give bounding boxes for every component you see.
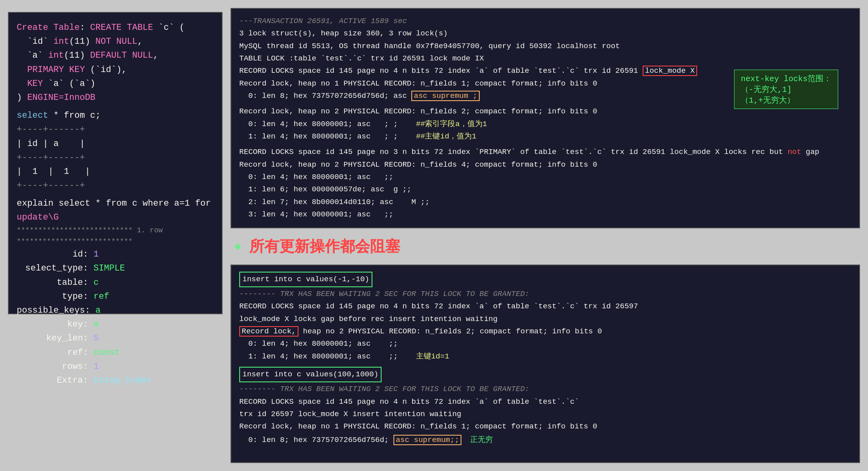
top-right-panel: ---TRANSACTION 26591, ACTIVE 1589 sec 3 … <box>231 8 860 228</box>
table-row: | 1 | 1 | <box>17 165 214 179</box>
explain-key-len: key_len: 5 <box>17 331 214 345</box>
record-lock-label-line: Record lock, heap no 2 PHYSICAL RECORD: … <box>239 325 851 338</box>
bottom-hex-supremum: 0: len 8; hex 73757072656d756d; asc supr… <box>239 433 851 446</box>
hex-row-3: 3: len 4; hex 00000001; asc ;; <box>239 208 851 221</box>
explain-type: type: ref <box>17 290 214 304</box>
field-a-line: 0: len 4; hex 80000001; asc ; ; ##索引字段a，… <box>239 118 851 130</box>
engine-line: ) ENGINE=InnoDB <box>17 91 214 105</box>
explain-extra: Extra: Using index <box>17 374 214 387</box>
explain-ref: ref: const <box>17 346 214 360</box>
waiting1-header: -------- TRX HAS BEEN WAITING 2 SEC FOR … <box>239 288 851 300</box>
record-locks-primary: RECORD LOCKS space id 145 page no 3 n bi… <box>239 146 851 158</box>
trx-header: ---TRANSACTION 26591, ACTIVE 1589 sec <box>239 15 851 27</box>
nextkey-line1: （-无穷大,1] <box>741 84 831 95</box>
create-table-line: Create Table: CREATE TABLE `c` ( <box>17 21 214 35</box>
left-panel: Create Table: CREATE TABLE `c` ( `id` in… <box>8 12 223 314</box>
field-pk-line: 1: len 4; hex 80000001; asc ; ; ##主键id，值… <box>239 130 851 143</box>
lock-struct: 3 lock struct(s), heap size 360, 3 row l… <box>239 27 851 40</box>
bottom-right-panel: insert into c values(-1,-10) -------- TR… <box>231 265 860 463</box>
explain-select-type: select_type: SIMPLE <box>17 261 214 275</box>
record-lock-phys-3: Record lock, heap no 2 PHYSICAL RECORD: … <box>239 159 851 171</box>
hex-row-1: 1: len 6; hex 000000057de; asc g ;; <box>239 183 851 196</box>
explain-key: key: a <box>17 317 214 331</box>
main-container: Create Table: CREATE TABLE `c` ( `id` in… <box>0 0 868 471</box>
nextkey-title: next-key locks范围： <box>741 73 831 84</box>
explain-rows: rows: 1 <box>17 360 214 374</box>
table-sep3: +----+------+ <box>17 179 214 193</box>
key-line: KEY `a` (`a`) <box>17 77 214 91</box>
hex-row-2: 2: len 7; hex 8b000014d0110; asc M ;; <box>239 196 851 208</box>
mysql-thread: MySQL thread id 5513, OS thread handle 0… <box>239 40 851 53</box>
nextkey-line2: （1,+无穷大） <box>741 95 831 105</box>
right-panels: ---TRANSACTION 26591, ACTIVE 1589 sec 3 … <box>231 8 860 463</box>
insert2-line: insert into c values(100,1000) <box>239 367 851 383</box>
table-header: | id | a | <box>17 137 214 151</box>
bottom-hex-0: 0: len 4; hex 80000001; asc ;; <box>239 338 851 350</box>
explain-id: id: 1 <box>17 247 214 261</box>
primary-key-line: PRIMARY KEY (`id`), <box>17 63 214 77</box>
table-lock: TABLE LOCK :table `test`.`c` trx id 2659… <box>239 53 851 65</box>
annotation-text: 所有更新操作都会阻塞 <box>249 236 400 257</box>
bottom-record-locks-2: RECORD LOCKS space id 145 page no 4 n bi… <box>239 396 851 408</box>
waiting2-header: -------- TRX HAS BEEN WAITING 2 SEC FOR … <box>239 383 851 395</box>
top-right-wrapper: ---TRANSACTION 26591, ACTIVE 1589 sec 3 … <box>231 8 860 228</box>
annotation-bullet: ❖ <box>234 239 241 253</box>
bottom-hex-1: 1: len 4; hex 80000001; asc ;; 主键id=1 <box>239 350 851 363</box>
record-lock-phys-bottom: Record lock, heap no 1 PHYSICAL RECORD: … <box>239 420 851 433</box>
next-key-annotation: next-key locks范围： （-无穷大,1] （1,+无穷大） <box>734 70 838 109</box>
hex-row-0: 0: len 4; hex 80000001; asc ;; <box>239 171 851 183</box>
col-id-line: `id` int(11) NOT NULL, <box>17 35 214 49</box>
col-a-line: `a` int(11) DEFAULT NULL, <box>17 49 214 62</box>
table-sep2: +----+------+ <box>17 151 214 165</box>
lock-mode-gap: lock_mode X locks gap before rec insert … <box>239 313 851 325</box>
select-line: select * from c; <box>17 109 214 123</box>
trx-lock-insert: trx id 26597 lock_mode X insert intentio… <box>239 408 851 420</box>
explain-possible-keys: possible_keys: a <box>17 304 214 317</box>
insert1-line: insert into c values(-1,-10) <box>239 272 851 288</box>
stars-line: *************************** 1. row *****… <box>17 225 214 248</box>
explain-table: table: c <box>17 276 214 290</box>
bottom-record-locks-1: RECORD LOCKS space id 145 page no 4 n bi… <box>239 300 851 313</box>
middle-annotation: ❖ 所有更新操作都会阻塞 <box>231 234 860 259</box>
explain-line: explain select * from c where a=1 for up… <box>17 197 214 224</box>
table-sep1: +----+------+ <box>17 123 214 136</box>
